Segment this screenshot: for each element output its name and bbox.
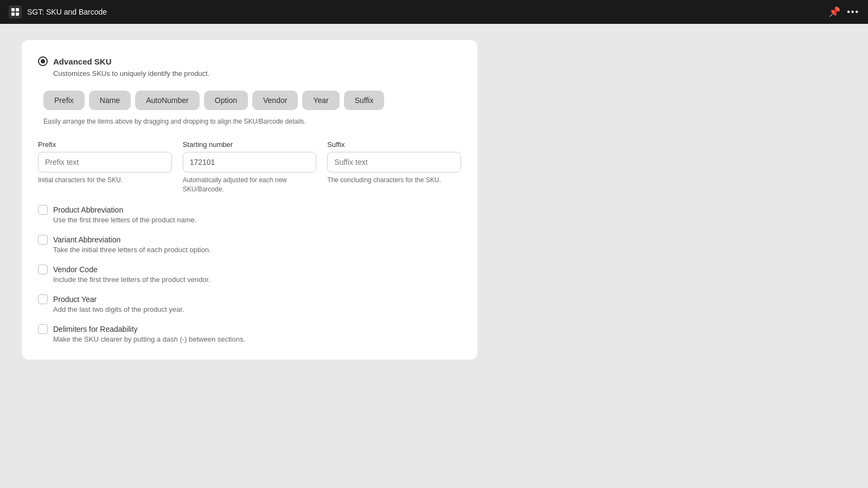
tag-name[interactable]: Name [89,91,131,110]
checkbox-product-year: Product Year Add the last two digits of … [38,294,461,313]
tag-vendor[interactable]: Vendor [252,91,298,110]
advanced-sku-description: Customizes SKUs to uniquely identify the… [53,69,461,78]
header-right: 📌 ••• [828,6,859,18]
app-icon [9,5,22,18]
starting-number-hint: Automatically adjusted for each new SKU/… [183,176,317,194]
checkbox-row-product-year[interactable]: Product Year [38,294,461,304]
starting-number-field-group: Starting number Automatically adjusted f… [183,140,317,194]
checkboxes-section: Product Abbreviation Use the first three… [38,205,461,343]
tags-hint: Easily arrange the items above by draggi… [38,118,461,125]
main-content: Advanced SKU Customizes SKUs to uniquely… [0,24,868,376]
suffix-input[interactable] [327,152,461,172]
checkbox-label-delimiters-readability: Delimiters for Readability [53,325,138,333]
checkbox-input-vendor-code[interactable] [38,265,48,274]
prefix-input[interactable] [38,152,172,172]
header-left: SGT: SKU and Barcode [9,5,107,18]
tag-option[interactable]: Option [204,91,248,110]
checkbox-label-variant-abbreviation: Variant Abbreviation [53,235,120,244]
suffix-label: Suffix [327,140,461,149]
checkbox-input-variant-abbreviation[interactable] [38,235,48,245]
checkbox-desc-product-abbreviation: Use the first three letters of the produ… [53,216,461,224]
advanced-sku-radio-row[interactable]: Advanced SKU [38,56,461,66]
checkbox-desc-delimiters-readability: Make the SKU clearer by putting a dash (… [53,335,461,343]
checkbox-input-product-abbreviation[interactable] [38,205,48,215]
pin-icon[interactable]: 📌 [828,6,840,18]
more-icon[interactable]: ••• [847,7,859,17]
checkbox-label-vendor-code: Vendor Code [53,265,98,274]
tag-suffix[interactable]: Suffix [344,91,385,110]
checkbox-product-abbreviation: Product Abbreviation Use the first three… [38,205,461,224]
header-title: SGT: SKU and Barcode [27,8,107,16]
suffix-hint: The concluding characters for the SKU. [327,176,461,185]
suffix-field-group: Suffix The concluding characters for the… [327,140,461,194]
header: SGT: SKU and Barcode 📌 ••• [0,0,868,24]
checkbox-desc-product-year: Add the last two digits of the product y… [53,305,461,313]
tag-year[interactable]: Year [302,91,339,110]
checkbox-row-variant-abbreviation[interactable]: Variant Abbreviation [38,235,461,245]
tag-prefix[interactable]: Prefix [43,91,85,110]
svg-rect-3 [16,12,19,16]
checkbox-input-delimiters-readability[interactable] [38,324,48,334]
svg-rect-2 [11,12,15,16]
checkbox-desc-variant-abbreviation: Take the initial three letters of each p… [53,246,461,254]
fields-row: Prefix Initial characters for the SKU. S… [38,140,461,194]
prefix-hint: Initial characters for the SKU. [38,176,172,185]
checkbox-variant-abbreviation: Variant Abbreviation Take the initial th… [38,235,461,254]
checkbox-delimiters-readability: Delimiters for Readability Make the SKU … [38,324,461,343]
checkbox-input-product-year[interactable] [38,294,48,304]
checkbox-row-product-abbreviation[interactable]: Product Abbreviation [38,205,461,215]
settings-card: Advanced SKU Customizes SKUs to uniquely… [22,40,477,359]
prefix-label: Prefix [38,140,172,149]
checkbox-row-vendor-code[interactable]: Vendor Code [38,265,461,274]
tags-row: Prefix Name AutoNumber Option Vendor Yea… [38,91,461,110]
checkbox-label-product-year: Product Year [53,295,97,304]
advanced-sku-radio[interactable] [38,56,48,66]
advanced-sku-label: Advanced SKU [53,57,112,66]
tag-autonumber[interactable]: AutoNumber [135,91,200,110]
prefix-field-group: Prefix Initial characters for the SKU. [38,140,172,194]
svg-rect-1 [16,8,19,11]
checkbox-vendor-code: Vendor Code Include the first three lett… [38,265,461,284]
svg-rect-0 [11,8,15,11]
starting-number-input[interactable] [183,152,317,172]
checkbox-label-product-abbreviation: Product Abbreviation [53,206,123,214]
checkbox-row-delimiters-readability[interactable]: Delimiters for Readability [38,324,461,334]
starting-number-label: Starting number [183,140,317,149]
checkbox-desc-vendor-code: Include the first three letters of the p… [53,275,461,284]
